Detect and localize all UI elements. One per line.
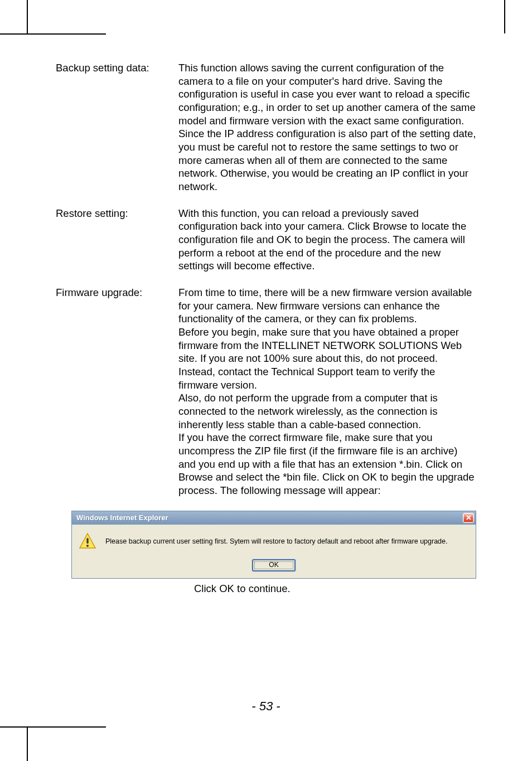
alert-dialog: Windows Internet Explorer ✕ Please backu…: [71, 511, 476, 579]
ok-button[interactable]: OK: [252, 559, 296, 571]
paragraph: From time to time, there will be a new f…: [178, 286, 476, 326]
paragraph: With this function, you can reload a pre…: [178, 207, 476, 273]
dialog-title: Windows Internet Explorer: [76, 513, 168, 523]
dialog-titlebar: Windows Internet Explorer ✕: [72, 511, 476, 525]
crop-mark: [0, 33, 106, 35]
dialog-body: Please backup current user setting first…: [72, 525, 476, 578]
after-dialog-text: Click OK to continue.: [194, 582, 476, 595]
paragraph: Before you begin, make sure that you hav…: [178, 326, 476, 391]
close-glyph: ✕: [466, 513, 472, 523]
section-text: From time to time, there will be a new f…: [178, 286, 476, 497]
svg-rect-1: [86, 538, 88, 544]
warning-icon: [79, 532, 96, 550]
dialog-message: Please backup current user setting first…: [105, 537, 447, 546]
section-restore: Restore setting: With this function, you…: [56, 207, 476, 273]
section-text: With this function, you can reload a pre…: [178, 207, 476, 273]
paragraph: If you have the correct firmware file, m…: [178, 431, 476, 497]
section-text: This function allows saving the current …: [178, 61, 476, 193]
section-label: Restore setting:: [56, 207, 178, 273]
section-label: Backup setting data:: [56, 61, 178, 193]
crop-mark: [0, 726, 106, 728]
section-backup: Backup setting data: This function allow…: [56, 61, 476, 193]
svg-point-2: [86, 545, 89, 547]
paragraph: This function allows saving the current …: [178, 61, 476, 193]
close-icon[interactable]: ✕: [463, 513, 474, 523]
section-firmware: Firmware upgrade: From time to time, the…: [56, 286, 476, 497]
page-number: - 53 -: [56, 699, 476, 714]
section-label: Firmware upgrade:: [56, 286, 178, 497]
paragraph: Also, do not perform the upgrade from a …: [178, 391, 476, 431]
crop-mark: [504, 0, 505, 33]
crop-mark: [27, 728, 28, 761]
crop-mark: [27, 0, 28, 33]
ok-button-label: OK: [269, 561, 278, 569]
page-content: Backup setting data: This function allow…: [56, 61, 476, 716]
